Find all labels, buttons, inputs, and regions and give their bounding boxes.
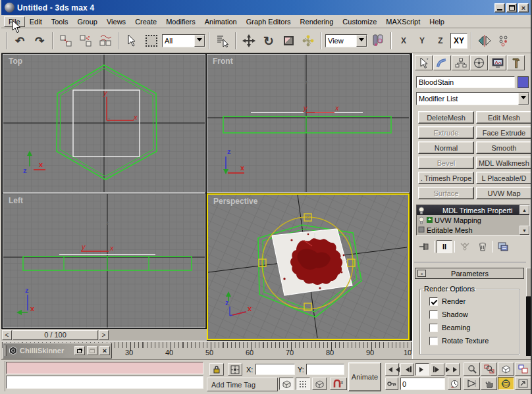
time-slider-prev-button[interactable]: < (2, 330, 12, 340)
field-of-view-button[interactable] (464, 377, 480, 390)
maximize-button[interactable] (506, 3, 517, 12)
pan-button[interactable] (481, 377, 497, 390)
animate-button[interactable]: Animate (348, 362, 381, 391)
use-pivot-center-button[interactable] (369, 32, 387, 50)
tab-display[interactable] (489, 55, 506, 70)
add-time-tag-button[interactable]: Add Time Tag (207, 378, 278, 391)
modifier-button-deletemesh[interactable]: DeleteMesh (418, 111, 474, 124)
time-slider-next-button[interactable]: > (99, 330, 109, 340)
modifier-button-smooth[interactable]: Smooth (476, 141, 532, 154)
menu-graph-editors[interactable]: Graph Editors (242, 16, 296, 27)
stack-item-uvw-mapping[interactable]: + UVW Mapping (417, 215, 529, 225)
stack-item-editable-mesh[interactable]: Editable Mesh (417, 225, 529, 235)
menu-modifiers[interactable]: Modifiers (161, 16, 200, 27)
arc-rotate-button[interactable] (498, 377, 514, 390)
toolbar-restore-button[interactable] (74, 346, 85, 355)
menu-tools[interactable]: Tools (47, 16, 73, 27)
title-bar[interactable]: Untitled - 3ds max 4 × (1, 0, 531, 15)
edit-stack-button[interactable] (495, 240, 511, 253)
zoom-extents-button[interactable] (498, 362, 514, 376)
stack-scrollbar[interactable]: ▲ ▼ (519, 205, 529, 235)
undo-button[interactable]: ↶ (11, 32, 29, 50)
goto-end-button[interactable] (446, 363, 460, 376)
select-and-link-button[interactable] (57, 32, 75, 50)
modifier-stack-list[interactable]: MDL Trimesh Properti + UVW Mapping Edita… (416, 205, 530, 235)
modifier-button-mdl-walkmesh[interactable]: MDL Walkmesh (476, 157, 532, 169)
restrict-xy-plane-button[interactable]: XY (450, 33, 467, 49)
modifier-button-normal[interactable]: Normal (418, 141, 474, 154)
select-by-name-button[interactable] (213, 32, 232, 50)
scroll-up-button[interactable]: ▲ (519, 205, 529, 214)
render-checkbox-row[interactable]: Render (429, 297, 519, 306)
bind-to-space-warp-button[interactable] (96, 32, 115, 50)
toolbar-close-button[interactable]: × (99, 346, 110, 355)
reference-coordinate-combo[interactable]: View (325, 34, 367, 47)
parameters-rollout-header[interactable]: - Parameters (415, 268, 524, 279)
collapse-icon[interactable]: - (417, 270, 426, 277)
key-mode-button[interactable] (385, 378, 398, 390)
menu-edit[interactable]: Edit (25, 16, 47, 27)
chilliskinner-toolbar[interactable]: ChilliSkinner × (3, 343, 112, 358)
viewport-left[interactable]: z y x z x Left (3, 193, 205, 328)
toolbar-grip[interactable] (5, 345, 7, 356)
tab-utilities[interactable] (507, 55, 525, 70)
time-slider[interactable]: < 0 / 100 > (1, 329, 207, 341)
zoom-all-button[interactable] (481, 362, 497, 376)
make-unique-button[interactable] (457, 240, 473, 253)
angle-snap-button[interactable] (296, 378, 310, 390)
lightbulb-icon[interactable] (418, 207, 425, 214)
spinner-snap-button[interactable]: 3 (330, 378, 347, 390)
scroll-down-button[interactable]: ▼ (519, 226, 529, 235)
menu-customize[interactable]: Customize (338, 16, 381, 27)
modifier-list-dropdown[interactable]: Modifier List (416, 92, 529, 105)
select-and-scale-button[interactable] (279, 32, 298, 50)
play-button[interactable] (415, 363, 429, 376)
tab-create[interactable] (415, 55, 433, 70)
beaming-checkbox-row[interactable]: Beaming (429, 323, 519, 332)
select-and-move-button[interactable] (240, 32, 258, 50)
scrollbar-thumb[interactable] (526, 268, 531, 297)
show-end-result-button[interactable]: II (437, 240, 452, 253)
tab-motion[interactable] (470, 55, 488, 70)
zoom-button[interactable] (464, 362, 480, 376)
toolbar-maximize-button[interactable] (87, 346, 97, 355)
modifier-button-trimesh-properties[interactable]: . Trimesh Prope (418, 172, 474, 184)
next-frame-button[interactable] (431, 363, 444, 376)
combo-dropdown-button[interactable] (194, 35, 205, 47)
selection-region-button[interactable] (142, 32, 161, 50)
select-and-manipulate-button[interactable] (299, 32, 317, 50)
menu-animation[interactable]: Animation (200, 16, 242, 27)
x-coord-field[interactable] (255, 364, 295, 375)
zoom-extents-all-button[interactable] (515, 362, 531, 376)
array-button[interactable] (495, 32, 514, 50)
remove-modifier-button[interactable] (475, 240, 491, 253)
mirror-button[interactable] (475, 32, 494, 50)
current-frame-field[interactable] (400, 378, 445, 390)
track-bar[interactable]: 30 40 50 60 70 80 90 10 ChilliSkinner × (1, 341, 413, 359)
close-button[interactable]: × (518, 3, 529, 12)
snap-toggle-button[interactable] (279, 378, 294, 390)
viewport-front[interactable]: z y x z x Front (207, 54, 410, 193)
percent-snap-button[interactable] (312, 378, 327, 390)
absolute-mode-button[interactable] (228, 363, 242, 376)
menu-maxscript[interactable]: MAXScript (381, 16, 425, 27)
object-name-field[interactable] (416, 76, 515, 88)
min-max-toggle-button[interactable] (515, 377, 531, 390)
maxscript-mini-listener[interactable] (6, 362, 203, 374)
shadow-checkbox[interactable] (429, 310, 438, 319)
combo-dropdown-button[interactable] (518, 93, 529, 105)
prompt-line[interactable] (6, 376, 203, 389)
expand-icon[interactable]: + (427, 217, 433, 223)
restrict-z-button[interactable]: Z (432, 33, 449, 49)
time-slider-thumb[interactable]: 0 / 100 (13, 330, 98, 340)
rotate-texture-checkbox-row[interactable]: Rotate Texture (429, 336, 519, 345)
combo-dropdown-button[interactable] (356, 35, 367, 47)
menu-rendering[interactable]: Rendering (296, 16, 338, 27)
stack-item-mdl-trimesh[interactable]: MDL Trimesh Properti (417, 205, 529, 215)
select-object-button[interactable] (122, 32, 141, 50)
menu-group[interactable]: Group (72, 16, 102, 27)
goto-start-button[interactable] (385, 363, 399, 376)
restrict-y-button[interactable]: Y (413, 33, 431, 49)
viewport-perspective[interactable]: z x Perspective (207, 193, 410, 340)
lightbulb-icon[interactable] (418, 216, 425, 224)
